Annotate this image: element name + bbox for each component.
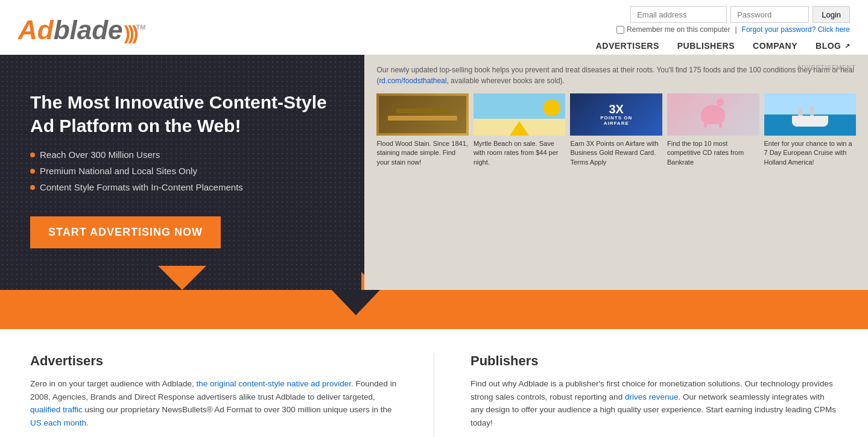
remember-checkbox[interactable] bbox=[616, 26, 624, 34]
advertisers-body: Zero in on your target audience with Adb… bbox=[30, 377, 398, 429]
password-input[interactable] bbox=[730, 6, 809, 23]
hero-bullets: Reach Over 300 Million Users Premium Nat… bbox=[30, 149, 340, 198]
nav-publishers[interactable]: PUBLISHERS bbox=[677, 41, 735, 51]
remember-area: Remember me on this computer | Forgot yo… bbox=[616, 25, 850, 34]
ad-grid: Flood Wood Stain. Since 1841, staining m… bbox=[376, 93, 856, 167]
login-form: Login bbox=[630, 6, 850, 23]
login-button[interactable]: Login bbox=[813, 6, 850, 23]
column-divider bbox=[434, 353, 434, 437]
ad-image-airfare: 3X POINTS ONAIRFARE bbox=[570, 93, 662, 136]
advertisers-column: Advertisers Zero in on your target audie… bbox=[30, 353, 398, 437]
header: Adblade)))TM Login Remember me on this c… bbox=[0, 0, 868, 55]
nav-advertisers[interactable]: ADVERTISERS bbox=[596, 41, 659, 51]
bullet-item-3: Content Style Formats with In-Content Pl… bbox=[30, 182, 340, 192]
hero-left: The Most Innovative Content-Style Ad Pla… bbox=[0, 55, 364, 290]
logo[interactable]: Adblade)))TM bbox=[18, 17, 145, 43]
hero-title: The Most Innovative Content-Style Ad Pla… bbox=[30, 90, 340, 137]
nav-blog[interactable]: BLOG ↗ bbox=[816, 41, 850, 51]
ad-image-piggy bbox=[667, 93, 759, 136]
forgot-password-link[interactable]: Forgot your password? Click here bbox=[742, 25, 850, 34]
nav: ADVERTISERS PUBLISHERS COMPANY BLOG ↗ bbox=[596, 36, 850, 54]
hero-section: The Most Innovative Content-Style Ad Pla… bbox=[0, 55, 868, 290]
publishers-title: Publishers bbox=[470, 353, 838, 369]
ad-text-wood: Flood Wood Stain. Since 1841, staining m… bbox=[376, 139, 469, 167]
ad-image-beach bbox=[474, 93, 566, 136]
ad-link[interactable]: rd.com/foodsthatheal bbox=[379, 77, 446, 85]
ad-text-piggy: Find the top 10 most competitive CD rate… bbox=[667, 139, 759, 167]
ad-image-wood bbox=[376, 93, 469, 136]
external-link-icon: ↗ bbox=[844, 42, 851, 50]
publishers-body: Find out why Adblade is a publisher's fi… bbox=[470, 377, 838, 429]
ad-text-cruise: Enter for your chance to win a 7 Day Eur… bbox=[764, 139, 857, 167]
advertisement-label: ADVERTISEMENT bbox=[797, 64, 856, 71]
bullet-item-1: Reach Over 300 Million Users bbox=[30, 149, 340, 160]
nav-company[interactable]: COMPANY bbox=[753, 41, 797, 51]
publishers-column: Publishers Find out why Adblade is a pub… bbox=[470, 353, 838, 437]
ad-text-beach: Myrtle Beach on sale. Save with room rat… bbox=[474, 139, 566, 167]
ad-preview-text: Our newly updated top-selling book helps… bbox=[376, 64, 856, 86]
ad-card-beach: Myrtle Beach on sale. Save with room rat… bbox=[474, 93, 566, 167]
ad-text-airfare: Earn 3X Points on Airfare with Business … bbox=[570, 139, 662, 167]
remember-label: Remember me on this computer bbox=[627, 25, 730, 34]
ad-card-piggy: Find the top 10 most competitive CD rate… bbox=[667, 93, 759, 167]
bullet-dot-1 bbox=[30, 152, 35, 157]
cta-start-advertising-button[interactable]: START ADVERTISING NOW bbox=[30, 216, 221, 248]
bullet-dot-2 bbox=[30, 169, 35, 174]
bullet-dot-3 bbox=[30, 185, 35, 190]
ad-card-wood: Flood Wood Stain. Since 1841, staining m… bbox=[376, 93, 469, 167]
hero-right: Our newly updated top-selling book helps… bbox=[364, 55, 868, 290]
advertisers-title: Advertisers bbox=[30, 353, 398, 369]
bullet-item-2: Premium National and Local Sites Only bbox=[30, 166, 340, 176]
header-right: Login Remember me on this computer | For… bbox=[596, 6, 850, 54]
orange-bar bbox=[0, 290, 868, 329]
ad-card-airfare: 3X POINTS ONAIRFARE Earn 3X Points on Ai… bbox=[570, 93, 662, 167]
email-input[interactable] bbox=[630, 6, 727, 23]
bottom-content: Advertisers Zero in on your target audie… bbox=[0, 329, 868, 437]
ad-image-cruise bbox=[764, 93, 857, 136]
ad-card-cruise: Enter for your chance to win a 7 Day Eur… bbox=[764, 93, 857, 167]
